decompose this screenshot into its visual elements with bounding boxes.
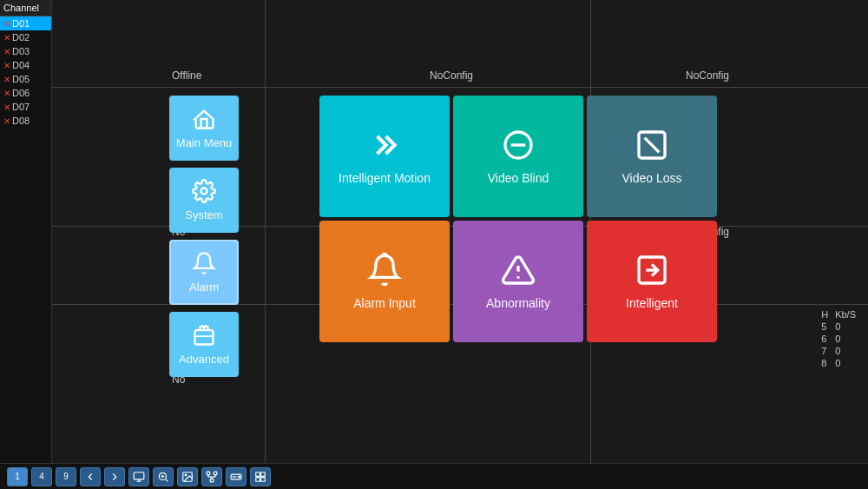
taskbar-grid-button[interactable] [250, 467, 271, 486]
noconfig1-label: NoConfig [430, 69, 473, 82]
hdd-icon [230, 471, 242, 483]
taskbar-display-button[interactable] [128, 467, 149, 486]
x-icon: ✕ [3, 75, 10, 84]
bell-icon [192, 251, 216, 275]
stats-panel: H Kb/S 5 0 6 0 7 0 8 0 [818, 308, 859, 369]
stats-val5: 0 [832, 320, 859, 333]
stats-val8: 0 [832, 357, 859, 369]
stats-ch5: 5 [818, 320, 832, 333]
arrow-left-icon [84, 471, 96, 483]
home-icon [192, 107, 216, 131]
svg-rect-30 [256, 472, 260, 476]
x-icon: ✕ [3, 47, 10, 56]
taskbar-btn-1-label: 1 [15, 472, 20, 481]
arrow-box-icon [635, 253, 669, 287]
taskbar-btn-1[interactable]: 1 [7, 467, 28, 486]
alarm-input-tile[interactable]: Alarm Input [319, 221, 450, 342]
svg-rect-11 [134, 472, 144, 479]
triangle-exclaim-icon [501, 253, 536, 287]
advanced-label: Advanced [179, 353, 229, 366]
x-icon: ✕ [3, 89, 10, 98]
sidebar-item-d08[interactable]: ✕ D08 [0, 114, 51, 128]
taskbar-back-button[interactable] [80, 467, 101, 486]
abnormality-label: Abnormality [486, 296, 550, 310]
intelligent-tile[interactable]: Intelligent [587, 221, 717, 342]
sidebar-item-d04[interactable]: ✕ D04 [0, 58, 51, 72]
stats-ch8: 8 [818, 357, 832, 369]
video-blind-label: Video Blind [488, 171, 549, 185]
bell-arrow-icon [367, 253, 402, 287]
video-loss-tile[interactable]: Video Loss [587, 96, 717, 217]
svg-rect-31 [261, 472, 266, 476]
stats-header-channel: H [818, 308, 832, 320]
svg-point-28 [239, 476, 240, 478]
sidebar-item-d01[interactable]: ✕ D01 [0, 17, 51, 30]
grid-icon [254, 471, 266, 483]
video-loss-label: Video Loss [621, 171, 681, 185]
x-icon: ✕ [3, 19, 10, 29]
sidebar-item-d07[interactable]: ✕ D07 [0, 100, 51, 114]
sidebar-item-label: D02 [12, 32, 30, 43]
monitor-icon [133, 471, 145, 483]
network-icon [206, 471, 218, 483]
minus-circle-icon [501, 128, 536, 162]
x-icon: ✕ [3, 33, 10, 43]
taskbar-forward-button[interactable] [104, 467, 125, 486]
image-icon [181, 471, 194, 483]
intelligent-motion-label: Intelligent Motion [339, 171, 431, 185]
sidebar-item-d02[interactable]: ✕ D02 [0, 30, 51, 44]
taskbar-network-button[interactable] [201, 467, 222, 486]
taskbar-image-button[interactable] [177, 467, 198, 486]
sidebar-item-d05[interactable]: ✕ D05 [0, 72, 51, 86]
gear-icon [192, 179, 216, 203]
taskbar-zoom-button[interactable] [153, 467, 174, 486]
zoom-icon [157, 471, 169, 483]
tile-row-1: Intelligent Motion Video Blind Video Los… [319, 96, 719, 217]
svg-rect-20 [207, 472, 210, 475]
advanced-button[interactable]: Advanced [169, 312, 239, 377]
intelligent-label: Intelligent [626, 296, 678, 310]
svg-line-5 [645, 138, 660, 153]
taskbar-hdd-button[interactable] [226, 467, 247, 486]
sidebar: Channel ✕ D01 ✕ D02 ✕ D03 ✕ D04 ✕ D05 ✕ … [0, 0, 52, 469]
main-area: Offline NoConfig NoConfig No NoConfig No… [52, 0, 868, 469]
svg-line-15 [166, 479, 168, 481]
sidebar-item-label: D07 [12, 102, 30, 112]
sidebar-item-d03[interactable]: ✕ D03 [0, 44, 51, 58]
intelligent-motion-tile[interactable]: Intelligent Motion [319, 96, 450, 217]
svg-point-19 [185, 474, 187, 476]
tile-row-2: Alarm Input Abnormality Intelligent [319, 221, 719, 342]
stats-header-kbps: Kb/S [832, 308, 859, 320]
stats-val7: 0 [832, 345, 859, 357]
sidebar-item-label: D08 [12, 116, 30, 126]
sidebar-item-d06[interactable]: ✕ D06 [0, 86, 51, 100]
taskbar-btn-4[interactable]: 4 [31, 467, 52, 486]
chevron-double-icon [367, 128, 402, 162]
taskbar-btn-4-label: 4 [39, 472, 44, 481]
alarm-input-label: Alarm Input [353, 296, 416, 310]
taskbar-btn-9[interactable]: 9 [56, 467, 76, 486]
grid-line [52, 87, 868, 88]
video-blind-tile[interactable]: Video Blind [453, 96, 583, 217]
sidebar-item-label: D01 [12, 18, 30, 29]
x-icon: ✕ [3, 102, 10, 112]
stats-table: H Kb/S 5 0 6 0 7 0 8 0 [818, 308, 859, 369]
system-button[interactable]: System [169, 168, 239, 233]
sidebar-item-label: D05 [12, 74, 30, 84]
svg-rect-1 [195, 330, 214, 344]
noconfig2-label: NoConfig [686, 69, 729, 82]
x-icon: ✕ [3, 61, 10, 70]
bag-icon [192, 323, 216, 347]
svg-rect-21 [214, 472, 217, 475]
stats-ch6: 6 [818, 333, 832, 345]
alarm-grid: Intelligent Motion Video Blind Video Los… [319, 96, 719, 346]
stats-ch7: 7 [818, 345, 832, 357]
alarm-button[interactable]: Alarm [169, 240, 239, 305]
svg-rect-33 [261, 477, 266, 481]
main-menu-label: Main Menu [176, 136, 232, 149]
main-menu-button[interactable]: Main Menu [169, 96, 239, 161]
abnormality-tile[interactable]: Abnormality [453, 221, 583, 342]
svg-rect-32 [256, 477, 260, 481]
sidebar-header: Channel [0, 0, 51, 17]
offline-label: Offline [172, 69, 201, 82]
